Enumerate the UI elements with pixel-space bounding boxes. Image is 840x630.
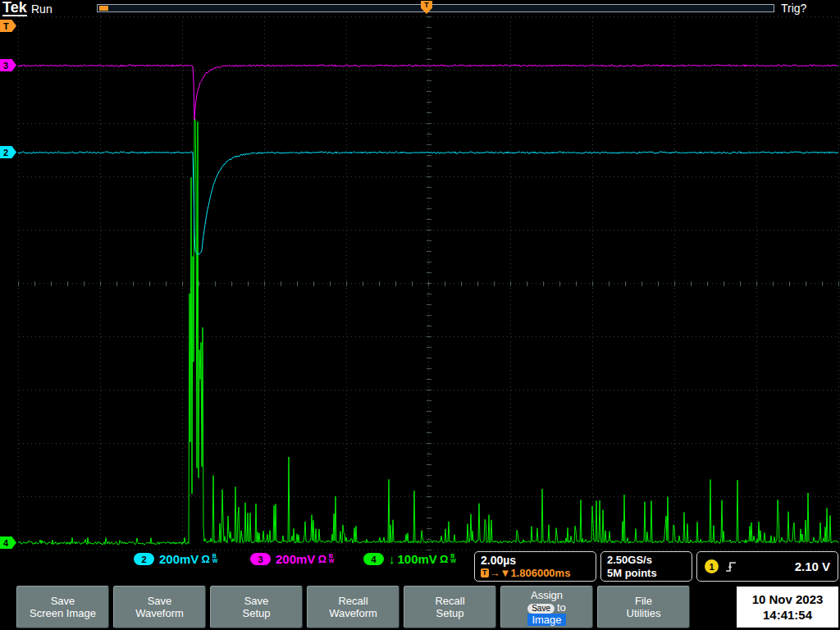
time-label: 14:41:54 bbox=[763, 607, 812, 623]
button-label: Recall bbox=[435, 595, 464, 607]
ch2-badge: 2 bbox=[134, 553, 154, 565]
button-label: Recall bbox=[338, 595, 368, 607]
rising-edge-icon bbox=[724, 560, 737, 573]
acquisition-readout-box: 2.50GS/s 5M points bbox=[600, 551, 692, 582]
ch4-offset-arrow-icon: ↓ bbox=[389, 552, 395, 566]
save-screen-image-button[interactable]: Save Screen Image bbox=[16, 586, 109, 628]
button-label: Assign bbox=[531, 589, 563, 601]
file-utilities-button[interactable]: File Utilities bbox=[597, 586, 690, 628]
save-setup-button[interactable]: Save Setup bbox=[210, 586, 303, 628]
trigger-status: Trig? bbox=[781, 2, 806, 15]
button-label: Utilities bbox=[627, 607, 661, 619]
horizontal-delay: T→▼1.806000ms bbox=[481, 567, 590, 579]
assign-target-image: Image bbox=[527, 614, 565, 626]
recall-setup-button[interactable]: Recall Setup bbox=[404, 586, 496, 628]
ch4-coupling: Ω bbox=[440, 553, 448, 565]
button-label-row: Image bbox=[527, 614, 565, 626]
horizontal-scale: 2.00µs bbox=[481, 554, 590, 567]
ch2-readout: 200mV Ω BW bbox=[159, 550, 217, 567]
ch4-scale: 100mV bbox=[398, 552, 437, 566]
button-label-row: Saveto bbox=[527, 601, 566, 614]
record-trigger-block bbox=[99, 6, 108, 11]
ch3-badge: 3 bbox=[250, 553, 271, 565]
button-label: Waveform bbox=[135, 607, 184, 619]
graticule-and-waveforms bbox=[0, 0, 840, 630]
recall-waveform-button[interactable]: Recall Waveform bbox=[307, 586, 399, 628]
tek-logo: Tek bbox=[2, 0, 27, 16]
button-label: Save bbox=[51, 595, 75, 607]
ch4-bandwidth-icon: BW bbox=[450, 554, 456, 564]
trigger-level: 2.10 V bbox=[795, 559, 830, 573]
save-pill: Save bbox=[527, 604, 555, 614]
ch3-scale: 200mV bbox=[276, 552, 315, 566]
horizontal-readout-box: 2.00µs T→▼1.806000ms bbox=[474, 551, 596, 582]
ch3-coupling: Ω bbox=[317, 553, 326, 565]
bw-bot: W bbox=[212, 559, 218, 564]
datetime-box: 10 Nov 2023 14:41:54 bbox=[737, 587, 838, 628]
date-label: 10 Nov 2023 bbox=[752, 591, 824, 607]
delay-marker-icon: ▼ bbox=[500, 567, 511, 579]
ch4-readout: ↓ 100mV Ω BW bbox=[389, 550, 456, 567]
button-label: Screen Image bbox=[30, 607, 96, 619]
sample-rate: 2.50GS/s bbox=[607, 554, 686, 567]
delay-value: 1.806000ms bbox=[510, 567, 570, 579]
assign-save-button[interactable]: Assign Saveto Image bbox=[500, 586, 593, 628]
ch4-badge: 4 bbox=[363, 553, 384, 565]
trigger-readout-box: 1 2.10 V bbox=[696, 551, 838, 582]
ch2-coupling: Ω bbox=[201, 553, 209, 565]
button-label: Setup bbox=[436, 607, 464, 619]
button-label: Save bbox=[244, 595, 269, 607]
bw-bot: W bbox=[450, 559, 456, 564]
ch2-bandwidth-icon: BW bbox=[212, 554, 218, 564]
button-label: Save bbox=[148, 595, 172, 607]
record-view-bar bbox=[97, 4, 774, 12]
ch2-scale: 200mV bbox=[159, 552, 199, 566]
acquisition-state: Run bbox=[31, 2, 52, 16]
record-length: 5M points bbox=[607, 567, 686, 580]
oscilloscope-screen: Tek Run T Trig? T 3 2 4 2 200mV Ω BW 3 2… bbox=[0, 0, 840, 630]
bw-bot: W bbox=[329, 559, 335, 564]
delay-arrow-icon: → bbox=[490, 567, 500, 579]
ch3-bandwidth-icon: BW bbox=[329, 554, 335, 564]
button-label: Setup bbox=[243, 607, 271, 619]
trigger-t-chip: T bbox=[481, 568, 489, 578]
button-label: Waveform bbox=[329, 607, 377, 619]
button-label: File bbox=[635, 595, 652, 607]
trigger-source-badge: 1 bbox=[705, 559, 719, 573]
button-label: to bbox=[557, 601, 566, 614]
ch3-readout: 200mV Ω BW bbox=[276, 550, 334, 567]
save-waveform-button[interactable]: Save Waveform bbox=[113, 586, 206, 628]
